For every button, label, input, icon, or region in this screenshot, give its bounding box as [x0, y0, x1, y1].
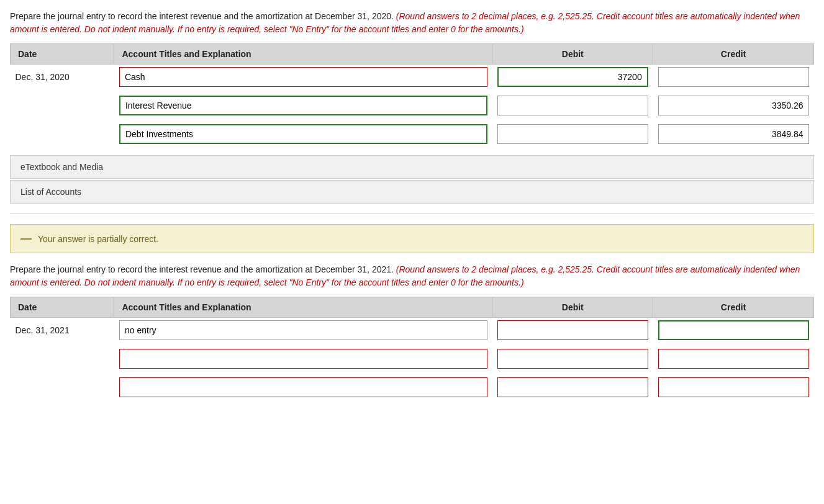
dash-icon: —: [20, 232, 32, 245]
date-cell: [11, 346, 114, 371]
credit-cell: [653, 122, 814, 146]
credit-input[interactable]: [658, 349, 809, 369]
debit-cell: [492, 375, 653, 400]
account-cell: [114, 375, 492, 400]
account-cell: [114, 346, 492, 371]
partial-correct-banner: — Your answer is partially correct.: [10, 224, 814, 253]
debit-cell: [492, 346, 653, 371]
debit-cell: [492, 122, 653, 146]
table-row: [11, 122, 814, 146]
credit-cell: [653, 318, 814, 343]
table-row: Dec. 31, 2020: [11, 65, 814, 90]
date-cell: Dec. 31, 2021: [11, 318, 114, 343]
debit-cell: [492, 318, 653, 343]
debit-input[interactable]: [497, 67, 648, 87]
date-cell: [11, 375, 114, 400]
credit-cell: [653, 346, 814, 371]
debit-cell: [492, 65, 653, 90]
list-of-accounts-row[interactable]: List of Accounts: [10, 180, 814, 204]
table-row: [11, 93, 814, 118]
credit-input[interactable]: [658, 320, 809, 340]
section-divider: [10, 214, 814, 214]
account-input[interactable]: [119, 349, 487, 369]
credit-cell: [653, 375, 814, 400]
credit-input[interactable]: [658, 377, 809, 397]
account-input[interactable]: [119, 320, 487, 340]
table-row: [11, 375, 814, 400]
credit-input[interactable]: [658, 96, 809, 115]
col-date-1: Date: [11, 44, 114, 65]
section2-instruction: Prepare the journal entry to record the …: [10, 263, 814, 289]
credit-input[interactable]: [658, 67, 809, 87]
account-input[interactable]: [119, 124, 487, 144]
account-input[interactable]: [119, 67, 487, 87]
account-cell: [114, 65, 492, 90]
col-debit-1: Debit: [492, 44, 653, 65]
col-account-2: Account Titles and Explanation: [114, 297, 492, 318]
debit-input[interactable]: [497, 124, 648, 144]
account-cell: [114, 93, 492, 118]
account-input[interactable]: [119, 96, 487, 115]
debit-input[interactable]: [497, 96, 648, 115]
journal-table-1: Date Account Titles and Explanation Debi…: [10, 43, 814, 150]
etextbook-row[interactable]: eTextbook and Media: [10, 155, 814, 179]
date-cell: [11, 122, 114, 146]
table-row: [11, 346, 814, 371]
table-row: Dec. 31, 2021: [11, 318, 814, 343]
credit-input[interactable]: [658, 124, 809, 144]
col-debit-2: Debit: [492, 297, 653, 318]
date-cell: [11, 93, 114, 118]
journal-table-2: Date Account Titles and Explanation Debi…: [10, 297, 814, 403]
credit-cell: [653, 93, 814, 118]
col-date-2: Date: [11, 297, 114, 318]
instruction1-plain: Prepare the journal entry to record the …: [10, 11, 394, 21]
account-cell: [114, 122, 492, 146]
section1-instruction: Prepare the journal entry to record the …: [10, 10, 814, 36]
col-credit-2: Credit: [653, 297, 814, 318]
col-credit-1: Credit: [653, 44, 814, 65]
credit-cell: [653, 65, 814, 90]
account-input[interactable]: [119, 377, 487, 397]
instruction2-plain: Prepare the journal entry to record the …: [10, 264, 394, 274]
debit-input[interactable]: [497, 377, 648, 397]
col-account-1: Account Titles and Explanation: [114, 44, 492, 65]
account-cell: [114, 318, 492, 343]
banner-text: Your answer is partially correct.: [38, 234, 158, 244]
debit-cell: [492, 93, 653, 118]
debit-input[interactable]: [497, 349, 648, 369]
date-cell: Dec. 31, 2020: [11, 65, 114, 90]
debit-input[interactable]: [497, 320, 648, 340]
